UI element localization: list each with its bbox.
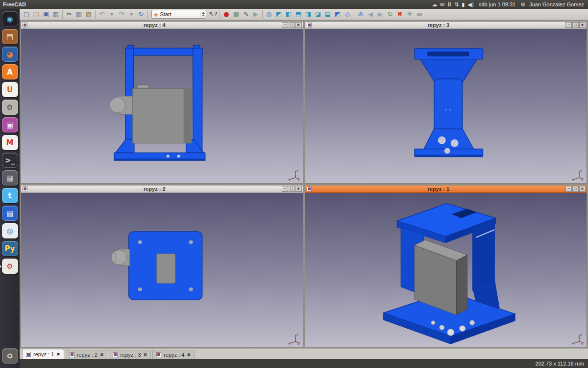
close-button[interactable]: ✖ [295, 22, 302, 28]
system-settings-icon[interactable]: ⚙ [2, 100, 18, 115]
save-icon[interactable]: ▣ [41, 9, 51, 19]
paste-icon[interactable]: ▧ [84, 9, 94, 19]
window-titlebar[interactable]: repyz : 2 ─ ☐ ✖ [21, 185, 303, 193]
twitter-icon[interactable]: t [2, 188, 18, 203]
launcher-items: ◉▤◕AU⚙▣M>_▦t▤◎Py⚙ [0, 11, 20, 276]
browser-icon[interactable]: ◎ [2, 223, 18, 238]
workbench-selector[interactable]: ◈ Start [151, 10, 206, 19]
svg-text:x: x [288, 342, 290, 345]
maximize-button[interactable]: ☐ [572, 186, 579, 192]
window-titlebar[interactable]: repyz : 3 ─ ☐ ✖ [305, 22, 587, 29]
copy-icon[interactable]: ▦ [74, 9, 84, 19]
nav-forward-icon[interactable]: ▶ [375, 9, 385, 19]
viewport-back-view[interactable]: z x y [21, 193, 303, 347]
window-titlebar[interactable]: repyz : 4 ─ ☐ ✖ [21, 22, 303, 29]
new-document-icon[interactable]: ▢ [22, 9, 31, 19]
fit-all-icon[interactable]: ◎ [264, 9, 274, 19]
history-toolbar: ↶▾↷▾↻ [97, 9, 146, 19]
close-button[interactable]: ✖ [579, 22, 586, 28]
toolbar-separator [262, 10, 263, 19]
open-folder-icon[interactable]: ▤ [31, 9, 41, 19]
viewport-isometric-view[interactable]: z x y [305, 193, 587, 347]
view-rear-icon[interactable]: ◪ [313, 9, 323, 19]
tab-close-icon[interactable]: ✖ [100, 352, 104, 357]
model-front-render [21, 29, 303, 183]
gmail-icon[interactable]: M [2, 135, 18, 150]
measure-distance-icon[interactable]: ◇ [343, 9, 352, 19]
tab-repyz-4[interactable]: repyz : 4 ✖ [152, 350, 195, 359]
view-top-icon[interactable]: ⬒ [294, 9, 303, 19]
undo-dropdown-icon[interactable]: ▾ [107, 9, 117, 19]
view-left-icon[interactable]: ◩ [333, 9, 343, 19]
macro-stop-icon[interactable]: ■ [231, 9, 241, 19]
view-bottom-icon[interactable]: ⬓ [323, 9, 333, 19]
view-right-icon[interactable]: ◨ [303, 9, 313, 19]
tab-close-icon[interactable]: ✖ [56, 352, 60, 357]
tab-repyz-1[interactable]: repyz : 1 ✖ [22, 349, 64, 359]
redo-dropdown-icon[interactable]: ▾ [126, 9, 136, 19]
minimize-button[interactable]: ─ [282, 186, 288, 192]
web-browser-icon[interactable]: ⊕ [356, 9, 366, 19]
user-menu[interactable]: Juan Gonzalez Gomez [529, 1, 584, 7]
writer-document-icon[interactable]: ▤ [2, 206, 18, 221]
workbench-spinner[interactable] [200, 11, 205, 18]
firefox-icon[interactable]: ◕ [2, 47, 18, 62]
mail-indicator-icon[interactable]: ✉ [440, 1, 444, 8]
tab-close-icon[interactable]: ✖ [187, 352, 191, 357]
ubuntu-one-icon[interactable]: U [2, 82, 18, 97]
freecad-document-icon [23, 186, 27, 191]
session-indicator: ⚙ [519, 1, 527, 8]
window-titlebar[interactable]: repyz : 1 ─ ☐ ✖ [305, 185, 587, 193]
viewport-front-view[interactable]: z x y [21, 29, 303, 183]
tab-repyz-2[interactable]: repyz : 2 ✖ [66, 350, 108, 359]
workspace-switcher-icon[interactable]: ▦ [2, 170, 18, 185]
view-front-icon[interactable]: ◧ [284, 9, 294, 19]
macro-record-icon[interactable]: ● [221, 9, 231, 19]
software-center-icon[interactable]: A [2, 64, 18, 79]
maximize-button[interactable]: ☐ [289, 22, 295, 28]
redo-icon[interactable]: ↷ [117, 9, 126, 19]
minimize-button[interactable]: ─ [282, 22, 288, 28]
svg-text:y: y [581, 342, 583, 345]
macro-play-icon[interactable]: ▶ [251, 9, 261, 19]
maximize-button[interactable]: ☐ [289, 186, 295, 192]
close-button[interactable]: ✖ [295, 186, 302, 192]
view-axonometric-icon[interactable]: ◩ [274, 9, 284, 19]
files-icon[interactable]: ▤ [2, 29, 18, 44]
dimensions-readout: 202.73 x 112.16 mm [536, 361, 584, 367]
image-viewer-icon[interactable]: ▣ [2, 117, 18, 132]
bluetooth-indicator-icon[interactable]: Ƀ [447, 1, 451, 8]
volume-indicator-icon[interactable]: ◀) [467, 1, 474, 8]
zoom-out-icon[interactable]: ▬ [415, 9, 424, 19]
refresh-icon[interactable]: ↻ [136, 9, 146, 19]
cut-icon[interactable]: ✂ [64, 9, 74, 19]
session-gear-icon[interactable]: ⚙ [520, 1, 525, 8]
axis-indicator: z x y [571, 168, 584, 181]
minimize-button[interactable]: ─ [565, 186, 572, 192]
print-icon[interactable]: ▥ [51, 9, 61, 19]
freecad-icon[interactable]: ⚙ [2, 259, 18, 274]
close-button[interactable]: ✖ [579, 186, 586, 192]
nav-refresh-icon[interactable]: ↻ [385, 9, 395, 19]
zoom-in-icon[interactable]: ✚ [405, 9, 415, 19]
minimize-button[interactable]: ─ [565, 22, 572, 28]
nav-stop-icon[interactable]: ✖ [395, 9, 405, 19]
trash-icon[interactable]: ♻ [2, 348, 18, 364]
terminal-icon[interactable]: >_ [2, 153, 18, 168]
viewport-side-view[interactable]: z x y [305, 29, 587, 183]
svg-text:y: y [297, 178, 299, 181]
tab-repyz-3[interactable]: repyz : 3 ✖ [109, 350, 151, 359]
battery-indicator-icon[interactable]: ▮ [462, 1, 465, 8]
weather-indicator-icon[interactable]: ☁ [432, 1, 437, 8]
python-icon[interactable]: Py [2, 241, 18, 256]
whats-this-icon[interactable]: ↖? [208, 9, 218, 19]
network-indicator-icon[interactable]: ⇅ [454, 1, 459, 8]
dash-home-icon[interactable]: ◉ [2, 11, 18, 26]
tab-close-icon[interactable]: ✖ [144, 352, 147, 357]
clock-indicator[interactable]: sáb jun 1 09:31 [479, 1, 515, 7]
nav-back-icon[interactable]: ◀ [366, 9, 375, 19]
statusbar: 202.73 x 112.16 mm [20, 359, 588, 368]
maximize-button[interactable]: ☐ [572, 22, 579, 28]
undo-icon[interactable]: ↶ [97, 9, 107, 19]
macro-edit-icon[interactable]: ✎ [241, 9, 251, 19]
